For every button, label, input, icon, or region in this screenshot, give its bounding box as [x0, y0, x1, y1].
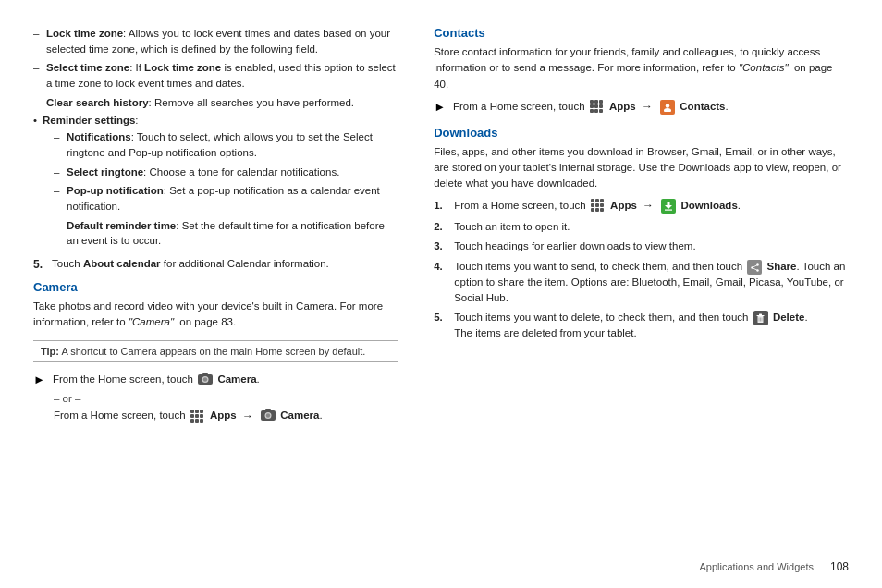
camera-icon2	[261, 408, 276, 425]
tip-label: Tip:	[41, 346, 59, 357]
camera-para: Take photos and record video with your d…	[33, 299, 398, 331]
share-icon	[747, 260, 762, 275]
tip-box: Tip: A shortcut to Camera appears on the…	[33, 340, 398, 362]
camera-italic: "Camera"	[129, 316, 174, 327]
camera-section: Camera Take photos and record video with…	[33, 280, 398, 425]
arrow-symbol2: ►	[434, 99, 446, 116]
list-item: Default reminder time: Set the default t…	[54, 218, 398, 249]
bullet-dot: •	[33, 115, 37, 252]
contacts-icon	[660, 100, 675, 115]
arrow-right-icon3: →	[643, 198, 654, 214]
list-item: 4. Touch items you want to send, to chec…	[434, 259, 849, 305]
downloads-section: Downloads Files, apps, and other items y…	[434, 126, 849, 341]
svg-point-6	[266, 414, 270, 418]
arrow-right-icon: →	[242, 409, 253, 424]
svg-point-2	[203, 377, 207, 381]
list-item: Pop-up notification: Set a pop-up notifi…	[54, 183, 398, 214]
downloads-icon	[661, 199, 676, 214]
tip-text: A shortcut to Camera appears on the main…	[59, 346, 365, 357]
list-item: 2. Touch an item to open it.	[434, 219, 849, 235]
svg-marker-10	[665, 202, 672, 209]
arrow-right-icon2: →	[642, 99, 653, 115]
contacts-heading: Contacts	[434, 26, 849, 40]
item-num: 4.	[434, 259, 454, 305]
downloads-heading: Downloads	[434, 126, 849, 140]
svg-rect-7	[265, 409, 271, 411]
camera-arrow-item1: ► From the Home screen, touch Camera.	[33, 372, 398, 389]
footer-page: 108	[830, 560, 849, 573]
contacts-para: Store contact information for your frien…	[434, 44, 849, 92]
svg-point-9	[664, 108, 671, 112]
item-content: From a Home screen, touch Apps →	[454, 198, 849, 214]
list-item: Lock time zone: Allows you to lock event…	[33, 26, 398, 56]
arrow-text2: From a Home screen, touch Apps →	[54, 408, 323, 425]
item-text: Clear search history: Remove all searche…	[46, 97, 354, 108]
downloads-list: 1. From a Home screen, touch Apps →	[434, 198, 849, 341]
item-content: Touch headings for earlier downloads to …	[454, 239, 849, 254]
step5-text: Touch About calendar for additional Cale…	[52, 258, 329, 271]
or-divider: – or –	[54, 393, 398, 404]
list-item: 1. From a Home screen, touch Apps →	[434, 198, 849, 214]
item-num: 2.	[434, 219, 454, 235]
footer: Applications and Widgets 108	[699, 560, 849, 573]
left-column: Lock time zone: Allows you to lock event…	[33, 26, 424, 571]
list-item: Select ringtone: Choose a tone for calen…	[54, 165, 398, 180]
colon: :	[135, 115, 138, 126]
svg-line-15	[752, 264, 757, 267]
svg-line-16	[752, 267, 757, 270]
arrow-symbol: ►	[33, 372, 45, 389]
svg-rect-3	[202, 373, 208, 375]
item-text: Lock time zone: Allows you to lock event…	[46, 28, 390, 55]
list-item: 3. Touch headings for earlier downloads …	[434, 239, 849, 254]
contacts-arrow-item: ► From a Home screen, touch Apps →	[434, 99, 849, 116]
downloads-para: Files, apps, and other items you downloa…	[434, 144, 849, 192]
svg-rect-19	[759, 314, 762, 316]
contacts-section: Contacts Store contact information for y…	[434, 26, 849, 116]
footer-section: Applications and Widgets	[699, 561, 814, 572]
reminder-settings-item: • Reminder settings: Notifications: Touc…	[33, 114, 398, 252]
item-text: Select time zone: If Lock time zone is e…	[46, 62, 396, 89]
reminder-sub-list: Notifications: Touch to select, which al…	[54, 129, 398, 249]
item-content: Touch items you want to send, to check t…	[454, 259, 849, 305]
item-content: Touch an item to open it.	[454, 219, 849, 235]
item-num: 1.	[434, 198, 454, 214]
camera-arrow-item2: From a Home screen, touch Apps →	[54, 408, 398, 425]
list-item: Clear search history: Remove all searche…	[33, 95, 398, 111]
apps-grid-icon2	[590, 100, 605, 115]
camera-heading: Camera	[33, 280, 398, 294]
contacts-italic: "Contacts"	[739, 62, 789, 73]
item-num: 5.	[434, 310, 454, 341]
apps-grid-icon	[190, 410, 205, 424]
arrow-text: From the Home screen, touch Camera.	[53, 372, 260, 389]
list-item: Select time zone: If Lock time zone is e…	[33, 60, 398, 91]
step5-row: 5. Touch About calendar for additional C…	[33, 258, 398, 271]
svg-rect-18	[757, 315, 765, 316]
bullet-list-top: Lock time zone: Allows you to lock event…	[33, 26, 398, 110]
camera-icon	[198, 372, 213, 389]
svg-rect-11	[665, 210, 672, 211]
apps-grid-icon3	[591, 199, 606, 214]
right-column: Contacts Store contact information for y…	[424, 26, 849, 571]
item-num: 3.	[434, 239, 454, 254]
svg-point-8	[666, 104, 669, 107]
item-content: Touch items you want to delete, to check…	[454, 310, 849, 341]
reminder-label: Reminder settings	[43, 115, 135, 126]
reminder-content: Reminder settings: Notifications: Touch …	[43, 114, 398, 252]
list-item: Notifications: Touch to select, which al…	[54, 129, 398, 160]
contacts-arrow-text: From a Home screen, touch Apps → Contact…	[453, 99, 729, 115]
list-item: 5. Touch items you want to delete, to ch…	[434, 310, 849, 341]
delete-icon	[753, 311, 768, 325]
step5-number: 5.	[33, 258, 52, 271]
